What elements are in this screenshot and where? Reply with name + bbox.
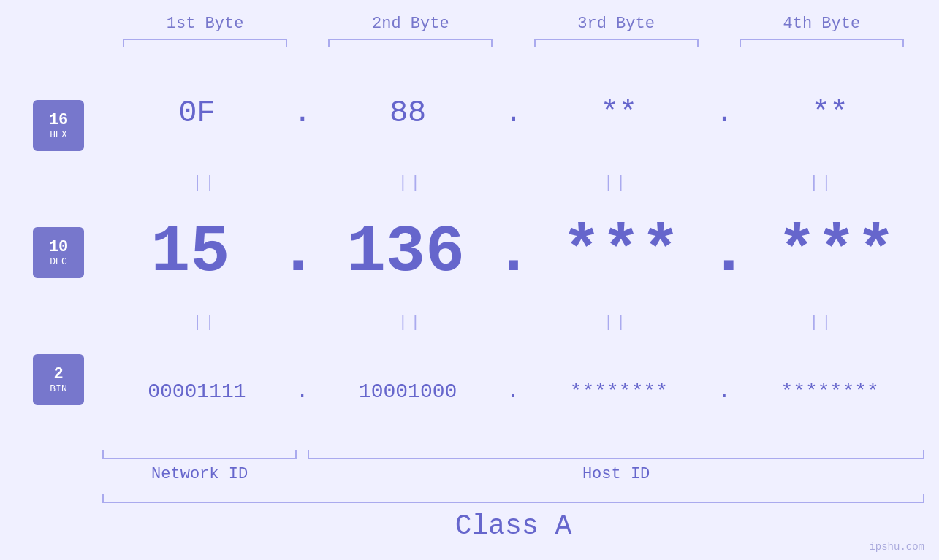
bin-val-4: ******** xyxy=(735,380,924,403)
host-bracket xyxy=(308,450,924,459)
bracket-line-1 xyxy=(123,39,287,47)
id-labels: Network ID Host ID xyxy=(102,465,924,483)
badge-hex-label: HEX xyxy=(50,129,66,140)
network-bracket xyxy=(102,450,297,459)
badge-dec: 10 DEC xyxy=(33,227,84,278)
hex-val-3: ** xyxy=(525,96,714,131)
hex-val-1: 0F xyxy=(102,96,292,131)
badge-bin-label: BIN xyxy=(50,383,66,394)
badge-bin-num: 2 xyxy=(53,365,63,383)
byte-label-1: 1st Byte xyxy=(102,15,308,33)
bin-val-1: 00001111 xyxy=(102,380,292,403)
bin-dot-3: . xyxy=(713,380,735,403)
eq-sign-hex-3: || xyxy=(514,174,719,192)
eq-sign-dec-1: || xyxy=(102,313,308,331)
bin-dot-2: . xyxy=(503,380,525,403)
hex-dot-3: . xyxy=(713,96,735,131)
eq-sign-hex-4: || xyxy=(719,174,924,192)
watermark: ipshu.com xyxy=(869,541,924,553)
eq-sign-dec-4: || xyxy=(719,313,924,331)
class-label: Class A xyxy=(102,510,924,542)
hex-val-2: 88 xyxy=(313,96,503,131)
eq-sign-dec-3: || xyxy=(514,313,719,331)
eq-sign-hex-2: || xyxy=(308,174,513,192)
dec-dot-2: . xyxy=(493,217,533,289)
hex-val-4: ** xyxy=(735,96,924,131)
bin-dot-1: . xyxy=(292,380,313,403)
badge-hex: 16 HEX xyxy=(33,100,84,151)
bottom-brackets xyxy=(102,450,924,459)
byte-label-3: 3rd Byte xyxy=(514,15,719,33)
eq-row-2: || || || || xyxy=(102,311,924,333)
dec-row: 15 . 136 . *** . *** xyxy=(102,194,924,312)
hex-row: 0F . 88 . ** . ** xyxy=(102,55,924,172)
badge-dec-num: 10 xyxy=(49,238,68,256)
top-bracket-2 xyxy=(308,39,513,47)
dec-val-1: 15 xyxy=(102,215,278,290)
dec-dot-3: . xyxy=(709,217,748,289)
top-brackets-row xyxy=(102,39,924,47)
header-row: 1st Byte 2nd Byte 3rd Byte 4th Byte xyxy=(102,15,924,33)
eq-row-1: || || || || xyxy=(102,172,924,194)
badge-dec-label: DEC xyxy=(50,256,66,267)
hex-dot-1: . xyxy=(292,96,313,131)
hex-dot-2: . xyxy=(503,96,525,131)
bottom-section: Network ID Host ID Class A xyxy=(102,450,924,545)
eq-sign-hex-1: || xyxy=(102,174,308,192)
bin-row: 00001111 . 10001000 . ******** . *******… xyxy=(102,333,924,450)
badge-hex-num: 16 xyxy=(49,111,68,129)
badges-column: 16 HEX 10 DEC 2 BIN xyxy=(15,55,102,450)
bracket-line-2 xyxy=(328,39,493,47)
content-area: 16 HEX 10 DEC 2 BIN 0F . 88 . ** . ** xyxy=(15,55,924,450)
data-columns: 0F . 88 . ** . ** || || || || 15 . 136 . xyxy=(102,55,924,450)
top-bracket-4 xyxy=(719,39,924,47)
dec-val-3: *** xyxy=(533,215,710,290)
byte-label-4: 4th Byte xyxy=(719,15,924,33)
eq-sign-dec-2: || xyxy=(308,313,513,331)
bin-val-3: ******** xyxy=(525,380,714,403)
top-bracket-1 xyxy=(102,39,308,47)
bracket-line-3 xyxy=(534,39,699,47)
byte-label-2: 2nd Byte xyxy=(308,15,513,33)
top-bracket-3 xyxy=(514,39,719,47)
big-bottom-bracket xyxy=(102,494,924,503)
network-id-label: Network ID xyxy=(102,465,297,483)
dec-dot-1: . xyxy=(278,217,318,289)
bracket-line-4 xyxy=(740,39,904,47)
host-id-label: Host ID xyxy=(308,465,924,483)
dec-val-4: *** xyxy=(748,215,924,290)
main-container: 1st Byte 2nd Byte 3rd Byte 4th Byte 16 H… xyxy=(0,0,939,560)
dec-val-2: 136 xyxy=(318,215,494,290)
badge-bin: 2 BIN xyxy=(33,354,84,405)
bin-val-2: 10001000 xyxy=(313,380,503,403)
